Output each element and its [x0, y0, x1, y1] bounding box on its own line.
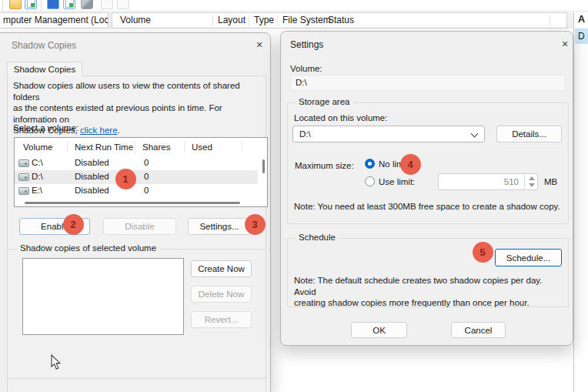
cell-volume: E:\	[32, 186, 42, 195]
mb-unit-label: MB	[544, 177, 557, 186]
table-row-d-selected[interactable]: D:\ Disabled 0	[15, 170, 258, 184]
limit-size-value: 510	[504, 177, 519, 186]
col-next-run-time[interactable]: Next Run Time	[75, 142, 133, 152]
column-separator	[322, 15, 323, 26]
folder-icon[interactable]	[9, 0, 22, 9]
cell-next-run-time: Disabled	[75, 158, 109, 167]
table-row-e[interactable]: E:\ Disabled 0	[15, 184, 258, 198]
delete-now-button: Delete Now	[191, 286, 252, 303]
located-volume-dropdown[interactable]: D:\	[292, 126, 485, 142]
annotation-step-2: 2	[63, 214, 84, 235]
wrench-icon[interactable]	[81, 0, 93, 9]
actions-selected-item[interactable]: D	[575, 28, 588, 44]
mmc-header-row: mputer Management (Local Volume Layout T…	[0, 12, 588, 28]
mmc-toolbar	[0, 0, 588, 12]
volume-list-header: Volume Layout Type File System Status	[112, 12, 567, 28]
cell-next-run-time: Disabled	[75, 172, 109, 181]
disk-drive-icon	[18, 159, 29, 167]
cell-volume: D:\	[32, 172, 43, 181]
click-here-link[interactable]: click here	[80, 126, 118, 135]
spin-down-icon[interactable]	[529, 183, 535, 187]
schedule-note: Note: The default schedule creates two s…	[294, 275, 565, 309]
volume-list: Volume Next Run Time Shares Used C:\ Dis…	[14, 137, 268, 207]
column-separator	[249, 15, 249, 26]
column-separator	[242, 141, 242, 153]
limit-size-spinner[interactable]: 510	[438, 173, 538, 190]
horizontal-scrollbar-thumb[interactable]	[25, 202, 240, 204]
column-header-status[interactable]: Status	[328, 13, 354, 28]
disk-drive-icon	[18, 187, 29, 195]
located-on-volume-label: Located on this volume:	[294, 113, 387, 122]
no-limit-radio[interactable]	[365, 159, 375, 169]
ok-button[interactable]: OK	[351, 322, 407, 338]
col-shares[interactable]: Shares	[142, 142, 170, 152]
spinner-buttons[interactable]	[524, 174, 537, 189]
column-separator	[550, 15, 550, 26]
toolbar-button[interactable]	[101, 0, 113, 9]
help-icon[interactable]	[47, 0, 59, 9]
volume-list-header-row: Volume Next Run Time Shares Used	[15, 138, 267, 156]
actions-selected-label: D	[578, 31, 585, 42]
column-separator	[184, 141, 185, 153]
column-header-volume[interactable]: Volume	[120, 13, 151, 28]
description-after-link: .	[118, 126, 120, 135]
group-label: Storage area	[296, 97, 353, 106]
console-tree-header: mputer Management (Local	[0, 12, 109, 28]
toolbar-button[interactable]	[117, 0, 129, 9]
actions-panel: A D	[573, 12, 588, 392]
cell-shares: 0	[144, 186, 149, 195]
cell-shares: 0	[144, 158, 149, 167]
chevron-down-icon	[471, 130, 479, 138]
disk-drive-icon	[18, 173, 29, 181]
dialog-title: Settings	[290, 39, 323, 50]
cell-volume: C:\	[32, 158, 43, 167]
col-volume[interactable]: Volume	[23, 142, 52, 152]
annotation-step-1: 1	[115, 169, 136, 189]
storage-note: Note: You need at least 300MB free space…	[294, 201, 563, 213]
disable-button: Disable	[103, 218, 176, 235]
dialog-title: Shadow Copies	[12, 40, 76, 51]
cancel-button[interactable]: Cancel	[451, 322, 506, 338]
storage-area-group: Storage area Located on this volume: D:\…	[287, 102, 569, 224]
close-icon[interactable]: ✕	[559, 38, 571, 50]
console-window-icon[interactable]	[25, 0, 37, 9]
toolbar-separator	[41, 0, 42, 11]
spin-up-icon[interactable]	[529, 176, 535, 180]
column-header-type[interactable]: Type	[254, 13, 274, 28]
shadow-copies-dialog: Shadow Copies ✕ Shadow Copies Shadow cop…	[0, 32, 271, 392]
volume-value-field: D:\	[290, 75, 566, 91]
column-header-layout[interactable]: Layout	[218, 13, 246, 28]
cell-shares: 0	[144, 172, 149, 181]
settings-button[interactable]: Settings...	[188, 218, 251, 235]
column-separator	[135, 141, 135, 153]
use-limit-label[interactable]: Use limit:	[379, 177, 415, 186]
vertical-scrollbar-thumb[interactable]	[262, 159, 265, 173]
volume-label: Volume:	[290, 64, 322, 73]
details-button[interactable]: Details...	[496, 126, 562, 142]
create-now-button[interactable]: Create Now	[191, 260, 252, 277]
show-hide-console-icon[interactable]	[63, 0, 75, 9]
actions-panel-header: A	[578, 14, 585, 25]
group-label: Shadow copies of selected volume	[17, 243, 159, 253]
group-label: Schedule	[296, 233, 339, 242]
col-used[interactable]: Used	[192, 142, 212, 152]
cell-next-run-time: Disabled	[75, 186, 109, 195]
annotation-step-4: 4	[400, 154, 421, 175]
table-row-c[interactable]: C:\ Disabled 0	[15, 156, 258, 170]
annotation-step-5: 5	[473, 242, 493, 263]
column-separator	[67, 141, 68, 153]
select-volume-label: Select a volume:	[13, 123, 79, 132]
annotation-step-3: 3	[245, 214, 266, 235]
tab-shadow-copies[interactable]: Shadow Copies	[7, 62, 82, 76]
schedule-group: Schedule Schedule... Note: The default s…	[287, 238, 569, 307]
column-header-file-system[interactable]: File System	[282, 13, 331, 28]
column-separator	[212, 15, 213, 26]
shadow-copies-empty-list[interactable]	[22, 258, 184, 335]
column-separator	[277, 15, 278, 26]
use-limit-radio[interactable]	[365, 176, 375, 186]
revert-button: Revert...	[191, 311, 252, 328]
dropdown-value: D:\	[299, 129, 311, 139]
settings-dialog: Settings ✕ Volume: D:\ Storage area Loca…	[280, 31, 573, 346]
schedule-button[interactable]: Schedule...	[495, 249, 562, 266]
close-icon[interactable]: ✕	[253, 39, 266, 51]
